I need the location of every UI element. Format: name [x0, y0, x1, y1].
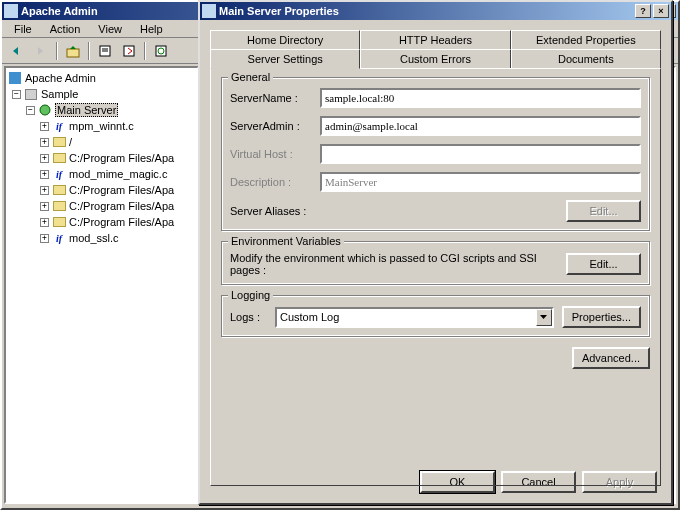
env-group: Environment Variables Modify the environ… — [221, 241, 650, 285]
menu-view[interactable]: View — [90, 21, 130, 37]
tree-main-server[interactable]: −Main Server — [8, 102, 195, 118]
aliases-label: Server Aliases : — [230, 205, 320, 217]
logging-legend: Logging — [228, 289, 273, 301]
tab-panel: General ServerName : ServerAdmin : Virtu… — [210, 68, 661, 486]
dialog-title: Main Server Properties — [219, 5, 339, 17]
servername-input[interactable] — [320, 88, 641, 108]
tree-sample[interactable]: −Sample — [8, 86, 195, 102]
svg-point-7 — [40, 105, 50, 115]
tree-item[interactable]: +C:/Program Files/Apa — [8, 198, 195, 214]
refresh-button[interactable] — [150, 40, 172, 62]
env-legend: Environment Variables — [228, 235, 344, 247]
tab-documents[interactable]: Documents — [511, 49, 661, 69]
serveradmin-label: ServerAdmin : — [230, 120, 320, 132]
tree-item[interactable]: +/ — [8, 134, 195, 150]
advanced-button[interactable]: Advanced... — [572, 347, 650, 369]
tab-home-directory[interactable]: Home Directory — [210, 30, 360, 50]
virtualhost-input — [320, 144, 641, 164]
tree-pane[interactable]: Apache Admin −Sample −Main Server +ifmpm… — [4, 66, 199, 504]
log-properties-button[interactable]: Properties... — [562, 306, 641, 328]
description-label: Description : — [230, 176, 320, 188]
menu-file[interactable]: File — [6, 21, 40, 37]
tree-item[interactable]: +C:/Program Files/Apa — [8, 214, 195, 230]
forward-button[interactable] — [30, 40, 52, 62]
tab-extended-properties[interactable]: Extended Properties — [511, 30, 661, 50]
chevron-down-icon[interactable] — [536, 309, 552, 326]
tab-server-settings[interactable]: Server Settings — [210, 49, 360, 69]
env-edit-button[interactable]: Edit... — [566, 253, 641, 275]
dialog-titlebar: Main Server Properties ? × — [200, 2, 671, 20]
env-text: Modify the environment which is passed t… — [230, 252, 556, 276]
tree-item[interactable]: +C:/Program Files/Apa — [8, 150, 195, 166]
svg-rect-0 — [67, 49, 79, 57]
export-button[interactable] — [118, 40, 140, 62]
tree-item[interactable]: +C:/Program Files/Apa — [8, 182, 195, 198]
serveradmin-input[interactable] — [320, 116, 641, 136]
general-legend: General — [228, 71, 273, 83]
servername-label: ServerName : — [230, 92, 320, 104]
up-folder-button[interactable] — [62, 40, 84, 62]
logs-select[interactable]: Custom Log — [275, 307, 554, 328]
tab-http-headers[interactable]: HTTP Headers — [360, 30, 510, 50]
tree-item[interactable]: +ifmod_ssl.c — [8, 230, 195, 246]
menu-help[interactable]: Help — [132, 21, 171, 37]
tree-item[interactable]: +ifmpm_winnt.c — [8, 118, 195, 134]
app-icon — [4, 4, 18, 18]
properties-button[interactable] — [94, 40, 116, 62]
tab-custom-errors[interactable]: Custom Errors — [360, 49, 510, 69]
menu-action[interactable]: Action — [42, 21, 89, 37]
tree-root[interactable]: Apache Admin — [8, 70, 195, 86]
description-input — [320, 172, 641, 192]
general-group: General ServerName : ServerAdmin : Virtu… — [221, 77, 650, 231]
virtualhost-label: Virtual Host : — [230, 148, 320, 160]
back-button[interactable] — [6, 40, 28, 62]
dialog-icon — [202, 4, 216, 18]
main-title: Apache Admin — [21, 5, 98, 17]
logs-label: Logs : — [230, 311, 275, 323]
help-button[interactable]: ? — [635, 4, 651, 18]
tabs: Home Directory HTTP Headers Extended Pro… — [210, 30, 661, 486]
logging-group: Logging Logs : Custom Log Properties... — [221, 295, 650, 337]
dialog-close-button[interactable]: × — [653, 4, 669, 18]
properties-dialog: Main Server Properties ? × Home Director… — [198, 0, 673, 505]
tree-item[interactable]: +ifmod_mime_magic.c — [8, 166, 195, 182]
aliases-edit-button: Edit... — [566, 200, 641, 222]
